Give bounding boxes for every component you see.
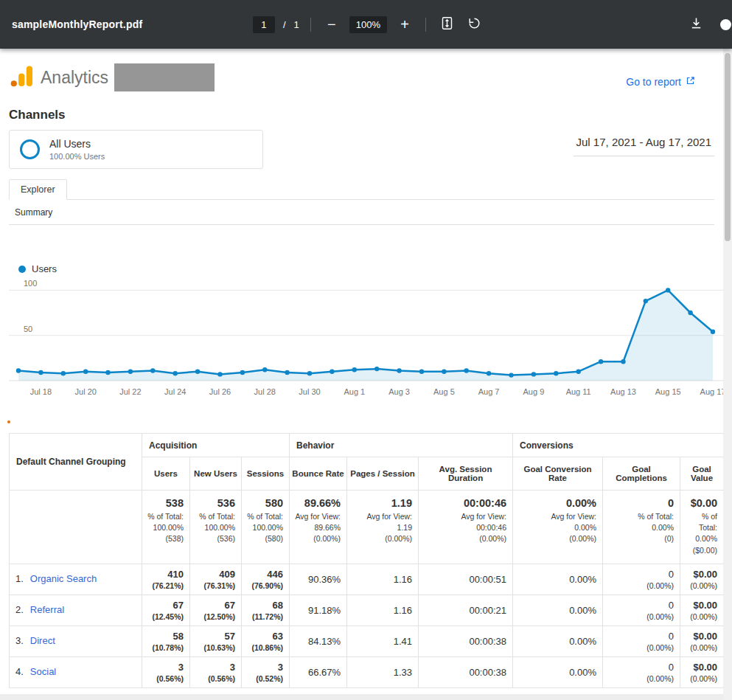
table-row: 4.Social 3(0.56%) 3(0.56%) 3(0.52%) 66.6…	[10, 656, 724, 687]
cell-users: 3(0.56%)	[142, 656, 190, 687]
svg-text:Jul 26: Jul 26	[209, 387, 231, 396]
cell-users: 410(76.21%)	[142, 564, 190, 595]
pdf-filename: sampleMonthlyReport.pdf	[12, 18, 253, 30]
cell-avg-duration: 00:00:38	[419, 656, 513, 687]
svg-text:Jul 20: Jul 20	[75, 387, 97, 396]
vertical-scrollbar[interactable]	[723, 49, 732, 700]
summary-goal-value: $0.00% of Total: 0.00% ($0.00)	[680, 491, 723, 564]
download-icon	[689, 16, 703, 32]
fit-page-icon	[440, 16, 454, 32]
pdf-viewer: sampleMonthlyReport.pdf 1 / 1 − 100% +	[0, 0, 732, 700]
analytics-bars-icon	[9, 64, 33, 91]
cell-bounce-rate: 66.67%	[290, 656, 347, 687]
stray-orange-dot	[7, 420, 10, 423]
cell-users: 58(10.78%)	[142, 626, 190, 656]
header-group-conversions: Conversions	[513, 434, 723, 457]
page-number-input[interactable]: 1	[253, 16, 275, 33]
row-number: 4.	[15, 666, 24, 677]
go-to-report-link[interactable]: Go to report	[626, 76, 695, 88]
cell-pages-session: 1.16	[347, 564, 419, 595]
table-row: 2.Referral 67(12.45%) 67(12.50%) 68(11.7…	[10, 595, 724, 626]
channel-link-referral[interactable]: Referral	[30, 604, 64, 615]
svg-text:Aug 17: Aug 17	[700, 387, 723, 396]
header-goal-completions: Goal Completions	[603, 457, 680, 491]
header-goal-conversion-rate: Goal Conversion Rate	[513, 457, 603, 491]
channel-link-organic-search[interactable]: Organic Search	[30, 573, 97, 584]
go-to-report-label: Go to report	[626, 76, 681, 88]
download-button[interactable]	[686, 15, 705, 34]
toolbar-separator	[310, 18, 311, 32]
svg-text:Aug 13: Aug 13	[610, 387, 636, 396]
zoom-out-button[interactable]: −	[322, 15, 341, 34]
summary-users: 538% of Total: 100.00% (538)	[142, 491, 190, 564]
channel-cell: 1.Organic Search	[10, 564, 142, 595]
summary-goal-cr: 0.00%Avg for View: 0.00% (0.00%)	[513, 491, 603, 564]
redacted-account-name	[114, 63, 215, 91]
channels-table: Default Channel Grouping Acquisition Beh…	[9, 433, 723, 688]
report-header: Analytics Go to report	[9, 63, 714, 91]
header-avg-session-duration: Avg. Session Duration	[419, 457, 513, 491]
header-goal-value: Goal Value	[680, 457, 723, 491]
header-default-channel-grouping: Default Channel Grouping	[10, 434, 142, 491]
svg-text:Jul 18: Jul 18	[30, 387, 52, 396]
cell-pages-session: 1.16	[347, 595, 419, 626]
cell-goal-completions: 0(0.00%)	[603, 564, 680, 595]
fit-page-button[interactable]	[437, 15, 456, 34]
summary-sessions: 580% of Total: 100.00% (580)	[242, 491, 290, 564]
segment-text: All Users 100.00% Users	[49, 138, 105, 161]
segment-card: All Users 100.00% Users	[9, 130, 263, 169]
cell-sessions: 63(10.86%)	[242, 626, 290, 656]
cell-avg-duration: 00:00:51	[419, 564, 513, 595]
all-users-circle-icon	[20, 139, 40, 159]
analytics-wordmark: Analytics	[41, 68, 108, 88]
cell-sessions: 446(76.90%)	[242, 564, 290, 595]
cell-users: 67(12.45%)	[142, 595, 190, 626]
analytics-logo: Analytics	[9, 64, 108, 91]
channel-link-social[interactable]: Social	[30, 666, 56, 677]
cell-bounce-rate: 90.36%	[290, 564, 347, 595]
header-group-acquisition: Acquisition	[142, 434, 290, 457]
zoom-in-button[interactable]: +	[395, 15, 414, 34]
cell-new-users: 67(12.50%)	[190, 595, 242, 626]
channel-cell: 3.Direct	[10, 626, 142, 656]
cell-goal-cr: 0.00%	[513, 626, 603, 656]
cell-goal-value: $0.00(0.00%)	[680, 656, 723, 687]
cell-goal-cr: 0.00%	[513, 564, 603, 595]
segment-detail: 100.00% Users	[49, 152, 105, 161]
external-link-icon	[686, 76, 695, 88]
table-row: 1.Organic Search 410(76.21%) 409(76.31%)…	[10, 564, 724, 595]
summary-new-users: 536% of Total: 100.00% (536)	[190, 491, 242, 564]
svg-text:Aug 1: Aug 1	[344, 387, 365, 396]
header-bounce-rate: Bounce Rate	[290, 457, 347, 491]
svg-text:Aug 9: Aug 9	[523, 387, 545, 396]
summary-pages-session: 1.19Avg for View: 1.19 (0.00%)	[347, 491, 419, 564]
cell-goal-value: $0.00(0.00%)	[680, 564, 723, 595]
cell-goal-value: $0.00(0.00%)	[680, 626, 723, 656]
zoom-level[interactable]: 100%	[349, 16, 387, 33]
date-range: Jul 17, 2021 - Aug 17, 2021	[574, 131, 714, 156]
scrollbar-thumb[interactable]	[725, 53, 731, 241]
cell-goal-completions: 0(0.00%)	[603, 626, 680, 656]
cell-goal-completions: 0(0.00%)	[603, 595, 680, 626]
row-number: 1.	[15, 573, 24, 584]
more-actions-icon[interactable]	[720, 19, 731, 30]
tab-bar: Explorer	[9, 179, 714, 200]
header-users: Users	[142, 457, 190, 491]
table-row: 3.Direct 58(10.78%) 57(10.63%) 63(10.86%…	[10, 626, 724, 656]
rotate-button[interactable]	[464, 15, 484, 34]
cell-new-users: 57(10.63%)	[190, 626, 242, 656]
cell-goal-cr: 0.00%	[513, 595, 603, 626]
horizontal-scrollbar-area	[0, 694, 723, 700]
users-line-chart: 10050Jul 18Jul 20Jul 22Jul 24Jul 26Jul 2…	[9, 279, 723, 398]
chart-legend: Users	[18, 263, 714, 274]
channel-link-direct[interactable]: Direct	[30, 635, 55, 646]
chart-area: Users 10050Jul 18Jul 20Jul 22Jul 24Jul 2…	[9, 224, 714, 398]
channel-cell: 2.Referral	[10, 595, 142, 626]
header-new-users: New Users	[190, 457, 242, 491]
svg-text:100: 100	[24, 279, 37, 288]
toolbar-center-controls: 1 / 1 − 100% +	[253, 15, 484, 34]
page-divider: /	[283, 19, 286, 30]
svg-text:Jul 24: Jul 24	[164, 387, 186, 396]
summary-avg-duration: 00:00:46Avg for View: 00:00:46 (0.00%)	[419, 491, 513, 564]
svg-text:Aug 7: Aug 7	[478, 387, 500, 396]
